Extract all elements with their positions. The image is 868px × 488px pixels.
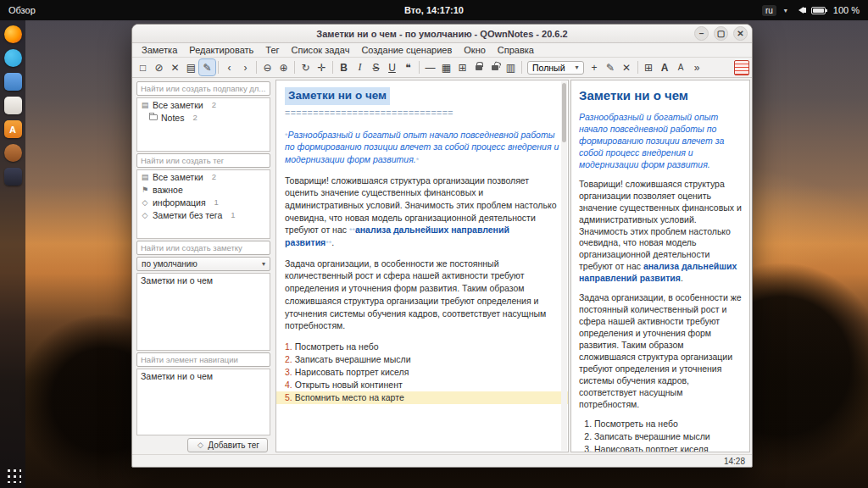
insert-image-icon[interactable]: ▦ <box>438 59 454 75</box>
dock-item-text-editor[interactable] <box>4 73 22 91</box>
activities-button[interactable]: Обзор <box>8 5 36 15</box>
tag-count: 1 <box>214 197 219 207</box>
tag-item-untagged[interactable]: ◇ Заметки без тега 1 <box>137 208 270 221</box>
strikethrough-icon[interactable]: S <box>368 59 384 75</box>
note-editor[interactable]: Заметки ни о чем =======================… <box>275 80 569 452</box>
workspace-add-icon[interactable]: + <box>587 59 603 75</box>
bold-icon[interactable]: B <box>336 59 352 75</box>
note-search-input[interactable] <box>136 241 270 255</box>
clock[interactable]: Вто, 14:17:10 <box>404 5 464 15</box>
table-view-icon[interactable]: ⊞ <box>641 59 657 75</box>
battery-icon[interactable] <box>811 7 826 14</box>
font-size-icon[interactable]: A <box>673 59 689 75</box>
status-bar: 14:28 <box>132 454 752 467</box>
new-note-icon[interactable]: □ <box>135 59 151 75</box>
sidebar-bottom-bar: ◇ Добавить тег <box>134 435 273 454</box>
workspace-select-value: Полный <box>532 63 565 73</box>
tag-label: важное <box>153 185 183 195</box>
zoom-in-icon[interactable]: ⊕ <box>275 59 292 75</box>
dock: A <box>0 20 25 488</box>
dock-item-barrel-app[interactable] <box>4 144 22 162</box>
volume-icon[interactable] <box>795 7 804 14</box>
window-titlebar[interactable]: Заметки ни о чем - по умолчанию - QOwnNo… <box>132 25 752 43</box>
subfolder-count: 2 <box>192 113 197 122</box>
lock-open-icon[interactable] <box>487 59 503 75</box>
editor-list-line: 1.Посмотреть на небо <box>276 341 568 353</box>
insert-table-icon[interactable]: ⊞ <box>454 59 470 75</box>
system-tray[interactable]: ru ▾ 100 % <box>762 5 860 16</box>
scrollbar-thumb[interactable] <box>562 83 566 142</box>
editor-scrollbar[interactable] <box>561 81 567 451</box>
subfolder-tree: ▤ Все заметки 2 Notes 2 <box>136 97 270 152</box>
editor-numbered-list: 1.Посмотреть на небо 2.Записать вчерашни… <box>285 341 559 404</box>
italic-icon[interactable]: I <box>352 59 368 75</box>
menu-edit[interactable]: Редактировать <box>183 44 259 56</box>
tag-item-info[interactable]: ◇ информация 1 <box>137 196 270 208</box>
menu-bar: Заметка Редактировать Тег Список задач С… <box>132 43 752 58</box>
chevron-down-icon: ▾ <box>262 260 265 268</box>
menu-help[interactable]: Справка <box>492 44 540 56</box>
workspace-select[interactable]: Полный ▾ <box>527 61 584 75</box>
folder-icon <box>149 114 158 120</box>
show-applications-icon[interactable] <box>5 467 21 483</box>
workspace-remove-icon[interactable]: ✕ <box>619 59 635 75</box>
lock-icon[interactable] <box>470 59 487 75</box>
font-family-icon[interactable]: A <box>657 59 673 75</box>
navigation-search-input[interactable] <box>136 352 270 367</box>
minimize-button[interactable]: – <box>694 26 709 41</box>
subfolder-label: Notes <box>161 113 184 123</box>
subfolder-count: 2 <box>212 100 216 109</box>
move-icon[interactable]: ✛ <box>314 59 330 75</box>
log-panel-icon[interactable] <box>734 60 749 75</box>
workspace-edit-icon[interactable]: ✎ <box>603 59 619 75</box>
toolbar-overflow-icon[interactable]: » <box>689 59 705 75</box>
reload-icon[interactable]: ↻ <box>298 59 314 75</box>
add-tag-button[interactable]: ◇ Добавить тег <box>187 438 268 452</box>
subfolder-search-input[interactable] <box>136 81 270 96</box>
horizontal-rule-icon[interactable]: ― <box>422 59 438 75</box>
note-folder-select[interactable]: по умолчанию ▾ <box>136 257 270 271</box>
print-icon[interactable]: ▥ <box>503 59 519 75</box>
menu-window[interactable]: Окно <box>458 44 492 56</box>
note-list-item[interactable]: Заметки ни о чем <box>137 274 270 286</box>
flag-icon: ⚑ <box>141 186 149 194</box>
zoom-out-icon[interactable]: ⊖ <box>259 59 275 75</box>
dock-item-firefox[interactable] <box>4 25 22 43</box>
dock-item-telegram[interactable] <box>4 49 22 67</box>
dock-item-files[interactable] <box>4 97 22 114</box>
dock-item-app-a[interactable]: A <box>4 120 22 138</box>
menu-scripting[interactable]: Создание сценариев <box>355 44 458 56</box>
tag-label: Все заметки <box>153 172 203 182</box>
tag-item-all-notes[interactable]: ▤ Все заметки 2 <box>137 170 270 183</box>
edit-note-icon[interactable]: ✎ <box>199 59 215 75</box>
dock-item-dark-app[interactable] <box>4 168 22 186</box>
note-list: Заметки ни о чем <box>136 273 270 351</box>
tag-item-important[interactable]: ⚑ важное <box>137 183 270 196</box>
gnome-top-bar: Обзор Вто, 14:17:10 ru ▾ 100 % <box>0 0 868 20</box>
menu-note[interactable]: Заметка <box>136 44 183 56</box>
tag-search-input[interactable] <box>136 153 270 168</box>
navigation-item[interactable]: Заметки ни о чем <box>137 369 270 382</box>
forward-icon[interactable]: › <box>237 59 253 75</box>
navigation-label: Заметки ни о чем <box>141 371 213 381</box>
close-button[interactable]: ✕ <box>733 26 748 41</box>
quote-icon[interactable]: ❝ <box>400 59 416 75</box>
editor-paragraph-2: Задача организации, в особенности же пос… <box>285 258 559 332</box>
subfolder-item-all-notes[interactable]: ▤ Все заметки 2 <box>137 98 270 111</box>
tag-label: Заметки без тега <box>153 210 222 220</box>
back-icon[interactable]: ‹ <box>221 59 237 75</box>
underline-icon[interactable]: U <box>384 59 400 75</box>
keyboard-layout-indicator[interactable]: ru <box>762 5 776 16</box>
menu-tag[interactable]: Тег <box>259 44 285 56</box>
preview-paragraph-2: Задача организации, в особенности же пос… <box>579 292 742 411</box>
delete-note-icon[interactable]: ✕ <box>167 59 183 75</box>
status-time: 14:28 <box>724 457 745 466</box>
editor-list-line: 3.Нарисовать портрет киселя <box>276 366 568 379</box>
paste-icon[interactable]: ▤ <box>183 59 199 75</box>
preview-list-item: Посмотреть на небо <box>594 419 742 430</box>
menu-todo[interactable]: Список задач <box>286 44 356 56</box>
maximize-button[interactable]: ▢ <box>714 26 728 41</box>
editor-paragraph-1: Товарищи! сложившаяся структура организа… <box>285 175 559 249</box>
subfolder-item-notes[interactable]: Notes 2 <box>137 111 270 124</box>
cancel-icon[interactable]: ⊘ <box>151 59 167 75</box>
